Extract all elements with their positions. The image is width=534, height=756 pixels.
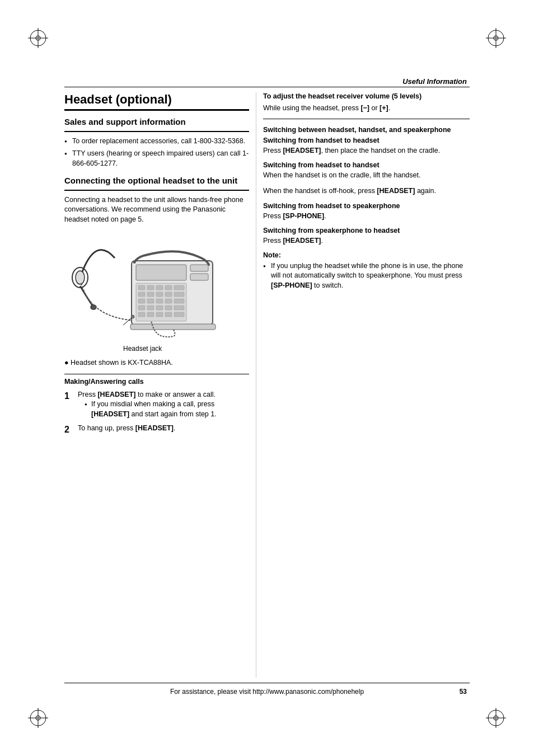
section1-title: Sales and support information <box>64 116 249 128</box>
footer-rule <box>64 683 470 683</box>
footer-text: For assistance, please visit http://www.… <box>0 688 534 696</box>
bullet-item: To order replacement accessories, call 1… <box>64 137 249 147</box>
note-item: If you unplug the headset while the phon… <box>263 261 470 291</box>
svg-rect-39 <box>156 306 163 310</box>
step-1-text: Press [HEADSET] to make or answer a call… <box>78 391 216 398</box>
step-1-subbullets: If you misdial when making a call, press… <box>78 400 249 419</box>
switch-headset-to-speaker-body: Press [SP-PHONE]. <box>263 211 470 221</box>
svg-rect-40 <box>165 306 172 310</box>
volume-body: While using the headset, press [−] or [+… <box>263 103 470 113</box>
corner-mark-bl <box>28 708 48 728</box>
step-2-text: To hang up, press [HEADSET]. <box>78 424 175 432</box>
svg-rect-20 <box>136 265 186 280</box>
section2-title: Connecting the optional headset to the u… <box>64 175 249 186</box>
switch-handset-to-headset-body: Press [HEADSET], then place the handset … <box>263 145 470 156</box>
headset-phone-illustration <box>64 230 221 339</box>
volume-section: To adjust the headset receiver volume (5… <box>263 92 470 119</box>
svg-rect-29 <box>156 292 163 297</box>
switching-header: Switching between headset, handset, and … <box>263 126 470 134</box>
svg-rect-22 <box>138 285 145 290</box>
step-2: 2 To hang up, press [HEADSET]. <box>64 424 249 436</box>
svg-rect-33 <box>147 299 154 303</box>
svg-rect-46 <box>174 312 184 317</box>
corner-mark-br <box>486 708 506 728</box>
svg-rect-49 <box>130 324 216 330</box>
right-column: To adjust the headset receiver volume (5… <box>263 92 470 678</box>
svg-rect-26 <box>174 285 184 290</box>
volume-rule <box>263 119 470 119</box>
step-2-number: 2 <box>64 424 73 436</box>
step-1-sub: If you misdial when making a call, press… <box>85 400 249 419</box>
main-title: Headset (optional) <box>64 92 249 107</box>
svg-rect-23 <box>147 285 154 290</box>
header-section-title: Useful Information <box>402 77 467 86</box>
switch-speaker-to-headset-title: Switching from speakerphone to headset <box>263 227 470 234</box>
svg-rect-37 <box>138 306 145 310</box>
svg-rect-25 <box>165 285 172 290</box>
svg-rect-34 <box>156 299 163 303</box>
svg-rect-36 <box>174 299 184 303</box>
svg-rect-27 <box>138 292 145 297</box>
svg-rect-47 <box>190 265 208 271</box>
section1-rule <box>64 131 249 132</box>
switch-handset-to-headset-title: Switching from handset to headset <box>263 137 470 144</box>
section2-rule <box>64 190 249 191</box>
page: Useful Information For assistance, pleas… <box>0 0 534 756</box>
section3-title: Making/Answering calls <box>64 378 249 386</box>
switch-headset-to-handset-body1: When the handset is on the cradle, lift … <box>263 170 470 180</box>
headset-image-container <box>64 230 221 342</box>
switch-headset-to-handset-body2: When the handset is off-hook, press [HEA… <box>263 186 470 196</box>
switch-speaker-to-headset-body: Press [HEADSET]. <box>263 236 470 246</box>
note-list: If you unplug the headset while the phon… <box>263 261 470 291</box>
svg-rect-32 <box>138 299 145 303</box>
switch-headset-to-speaker-title: Switching from headset to speakerphone <box>263 202 470 210</box>
headset-model-text: ● Headset shown is KX-TCA88HA. <box>64 358 249 368</box>
column-divider <box>256 92 256 678</box>
header-rule <box>64 87 470 87</box>
svg-rect-30 <box>165 292 172 297</box>
svg-rect-31 <box>174 292 184 297</box>
svg-line-51 <box>123 318 132 325</box>
note-title: Note: <box>263 251 470 259</box>
step-1-content: Press [HEADSET] to make or answer a call… <box>78 390 249 420</box>
svg-rect-24 <box>156 285 163 290</box>
svg-rect-38 <box>147 306 154 310</box>
section2-body: Connecting a headset to the unit allows … <box>64 195 249 225</box>
svg-rect-28 <box>147 292 154 297</box>
svg-rect-35 <box>165 299 172 303</box>
bullet-item: TTY users (hearing or speech impaired us… <box>64 149 249 168</box>
svg-rect-42 <box>138 312 145 317</box>
switching-section: Switching between headset, handset, and … <box>263 126 470 290</box>
corner-mark-tr <box>486 28 506 48</box>
step-1: 1 Press [HEADSET] to make or answer a ca… <box>64 390 249 420</box>
footer-page-number: 53 <box>460 688 467 696</box>
svg-rect-43 <box>147 312 154 317</box>
switch-headset-to-handset-title: Switching from headset to handset <box>263 161 470 169</box>
left-column: Headset (optional) Sales and support inf… <box>64 92 249 678</box>
svg-rect-44 <box>156 312 163 317</box>
step-2-content: To hang up, press [HEADSET]. <box>78 424 249 436</box>
svg-rect-41 <box>174 306 184 310</box>
svg-rect-48 <box>190 274 208 280</box>
image-caption: Headset jack <box>123 345 162 353</box>
steps-list: 1 Press [HEADSET] to make or answer a ca… <box>64 390 249 436</box>
section1-bullets: To order replacement accessories, call 1… <box>64 137 249 169</box>
corner-mark-tl <box>28 28 48 48</box>
title-rule <box>64 109 249 111</box>
content-area: Headset (optional) Sales and support inf… <box>64 92 470 678</box>
volume-title: To adjust the headset receiver volume (5… <box>263 92 470 100</box>
svg-rect-45 <box>165 312 172 317</box>
svg-point-17 <box>76 271 85 284</box>
step-1-number: 1 <box>64 390 73 420</box>
